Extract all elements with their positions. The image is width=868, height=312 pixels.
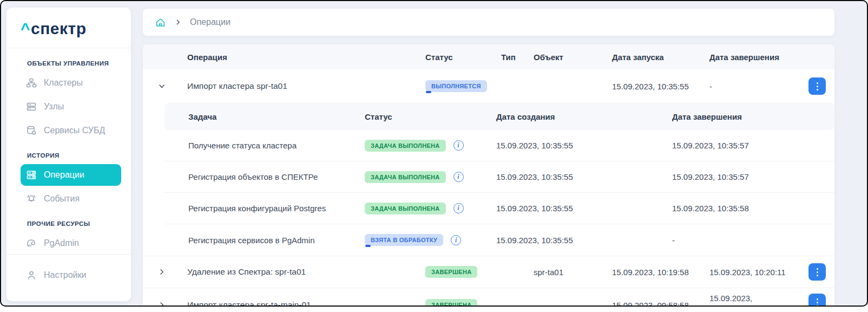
operation-name: Импорт кластера spr-ta-main-01 bbox=[181, 300, 419, 307]
task-created: 15.09.2023, 10:35:55 bbox=[496, 172, 672, 181]
operation-started: 15.09.2023, 10:19:58 bbox=[606, 268, 703, 277]
col-operation: Операция bbox=[181, 53, 419, 62]
tasks-table: Задача Статус Дата создания Дата заверше… bbox=[165, 103, 834, 256]
info-icon[interactable] bbox=[453, 172, 464, 182]
task-status-badge: ВЗЯТА В ОБРАБОТКУ bbox=[365, 234, 443, 246]
expand-row-button[interactable] bbox=[154, 264, 170, 280]
operation-completed: 15.09.2023, 10:20:11 bbox=[703, 268, 795, 277]
operations-table-header: Операция Статус Тип Объект Дата запуска … bbox=[143, 44, 834, 69]
operation-completed: - bbox=[703, 82, 795, 91]
section-other-resources-label: ПРОЧИЕ РЕСУРСЫ bbox=[21, 212, 121, 231]
col-task-created: Дата создания bbox=[496, 112, 672, 121]
task-name: Регистрация объектов в СПЕКТРе bbox=[188, 172, 365, 181]
task-row[interactable]: Регистрация сервисов в PgAdmin ВЗЯТА В О… bbox=[165, 224, 834, 256]
tasks-table-header: Задача Статус Дата создания Дата заверше… bbox=[165, 103, 834, 130]
col-task-status: Статус bbox=[365, 112, 496, 121]
app-window: ^спектр ОБЪЕКТЫ УПРАВЛЕНИЯ Кластеры Узлы… bbox=[0, 0, 868, 307]
task-name: Регистрация сервисов в PgAdmin bbox=[188, 236, 365, 245]
task-created: 15.09.2023, 10:35:55 bbox=[496, 141, 672, 150]
sidebar-footer: Настройки bbox=[6, 254, 131, 301]
info-icon[interactable] bbox=[453, 203, 464, 213]
status-badge: ЗАВЕРШЕНА bbox=[425, 266, 477, 278]
chevron-down-icon bbox=[157, 82, 166, 90]
section-history-label: ИСТОРИЯ bbox=[21, 144, 121, 163]
sidebar-item-pgadmin[interactable]: PgAdmin bbox=[21, 232, 121, 254]
task-status-badge: ЗАДАЧА ВЫПОЛНЕНА bbox=[365, 140, 446, 152]
operation-completed: 15.09.2023, bbox=[703, 288, 795, 303]
task-completed: 15.09.2023, 10:35:58 bbox=[672, 204, 826, 213]
db-services-icon bbox=[26, 125, 37, 136]
sidebar-item-db-services[interactable]: Сервисы СУБД bbox=[21, 120, 121, 141]
logo-text: спектр bbox=[31, 20, 87, 37]
row-actions-button[interactable] bbox=[808, 263, 826, 281]
clusters-icon bbox=[26, 77, 37, 88]
breadcrumb-current: Операции bbox=[190, 17, 231, 27]
sidebar-item-label: Сервисы СУБД bbox=[44, 126, 105, 135]
nodes-icon bbox=[26, 101, 37, 112]
operation-row[interactable]: Удаление из Спектра: spr-ta01 ЗАВЕРШЕНА … bbox=[143, 256, 834, 288]
col-completed: Дата завершения bbox=[703, 53, 795, 62]
user-icon bbox=[26, 270, 37, 281]
task-completed: 15.09.2023, 10:35:57 bbox=[672, 141, 826, 150]
logo-caret-icon: ^ bbox=[21, 20, 30, 37]
task-completed: 15.09.2023, 10:35:57 bbox=[672, 172, 826, 181]
sidebar-item-label: Узлы bbox=[44, 102, 64, 112]
sidebar-item-events[interactable]: События bbox=[21, 188, 121, 210]
operation-row[interactable]: Импорт кластера spr-ta-main-01 ЗАВЕРШЕНА… bbox=[143, 288, 834, 307]
task-name: Регистрация конфигураций Postgres bbox=[188, 204, 365, 213]
operations-icon bbox=[26, 170, 37, 180]
sidebar-item-label: PgAdmin bbox=[44, 238, 79, 248]
pgadmin-icon bbox=[26, 238, 37, 249]
sidebar-nav: ОБЪЕКТЫ УПРАВЛЕНИЯ Кластеры Узлы Сервисы… bbox=[6, 48, 131, 254]
expand-row-button[interactable] bbox=[154, 297, 170, 307]
col-type: Тип bbox=[495, 53, 527, 62]
operation-row[interactable]: Импорт кластера spr-ta01 ВЫПОЛНЯЕТСЯ 15.… bbox=[143, 69, 834, 103]
sidebar-item-label: Настройки bbox=[44, 270, 86, 280]
sidebar-item-label: События bbox=[44, 194, 80, 204]
task-row[interactable]: Регистрация объектов в СПЕКТРе ЗАДАЧА ВЫ… bbox=[165, 161, 834, 193]
task-row[interactable]: Регистрация конфигураций Postgres ЗАДАЧА… bbox=[165, 193, 834, 224]
row-actions-button[interactable] bbox=[808, 77, 826, 95]
sidebar-item-label: Операции bbox=[44, 170, 84, 180]
collapse-row-button[interactable] bbox=[154, 78, 170, 94]
info-icon[interactable] bbox=[451, 235, 461, 245]
task-status-badge: ЗАДАЧА ВЫПОЛНЕНА bbox=[365, 171, 446, 183]
sidebar-item-label: Кластеры bbox=[44, 78, 83, 88]
chevron-right-icon bbox=[157, 268, 166, 276]
section-objects-label: ОБЪЕКТЫ УПРАВЛЕНИЯ bbox=[21, 51, 121, 71]
status-badge: ВЫПОЛНЯЕТСЯ bbox=[425, 80, 487, 92]
col-started: Дата запуска bbox=[606, 53, 703, 62]
sidebar: ^спектр ОБЪЕКТЫ УПРАВЛЕНИЯ Кластеры Узлы… bbox=[6, 8, 131, 301]
operation-started: 15.09.2023, 09:58:58 bbox=[606, 301, 703, 307]
operation-started: 15.09.2023, 10:35:55 bbox=[606, 82, 703, 91]
col-object: Объект bbox=[527, 53, 606, 62]
operation-object: spr-ta01 bbox=[527, 268, 606, 277]
col-status: Статус bbox=[419, 53, 495, 62]
breadcrumb: Операции bbox=[143, 9, 834, 36]
task-row[interactable]: Получение статуса кластера ЗАДАЧА ВЫПОЛН… bbox=[165, 130, 834, 161]
col-task-completed: Дата завершения bbox=[672, 112, 826, 121]
sidebar-item-nodes[interactable]: Узлы bbox=[21, 96, 121, 118]
task-created: 15.09.2023, 10:35:55 bbox=[496, 236, 672, 245]
row-actions-button[interactable] bbox=[808, 294, 826, 307]
chevron-right-icon bbox=[157, 301, 166, 307]
sidebar-item-operations[interactable]: Операции bbox=[21, 164, 121, 186]
operations-table: Операция Статус Тип Объект Дата запуска … bbox=[143, 44, 834, 307]
task-status-badge: ЗАДАЧА ВЫПОЛНЕНА bbox=[365, 203, 446, 214]
task-name: Получение статуса кластера bbox=[188, 141, 365, 150]
chevron-right-icon bbox=[174, 18, 182, 26]
home-icon[interactable] bbox=[155, 17, 166, 28]
operation-name: Импорт кластера spr-ta01 bbox=[181, 81, 419, 91]
task-completed: - bbox=[672, 236, 826, 245]
operation-name: Удаление из Спектра: spr-ta01 bbox=[181, 267, 419, 277]
col-task: Задача bbox=[188, 112, 365, 121]
events-icon bbox=[26, 193, 37, 204]
sidebar-item-settings[interactable]: Настройки bbox=[21, 264, 121, 286]
sidebar-item-clusters[interactable]: Кластеры bbox=[21, 72, 121, 94]
task-created: 15.09.2023, 10:35:55 bbox=[496, 204, 672, 213]
status-badge: ЗАВЕРШЕНА bbox=[425, 299, 477, 307]
app-logo: ^спектр bbox=[6, 8, 131, 48]
info-icon[interactable] bbox=[453, 140, 464, 151]
